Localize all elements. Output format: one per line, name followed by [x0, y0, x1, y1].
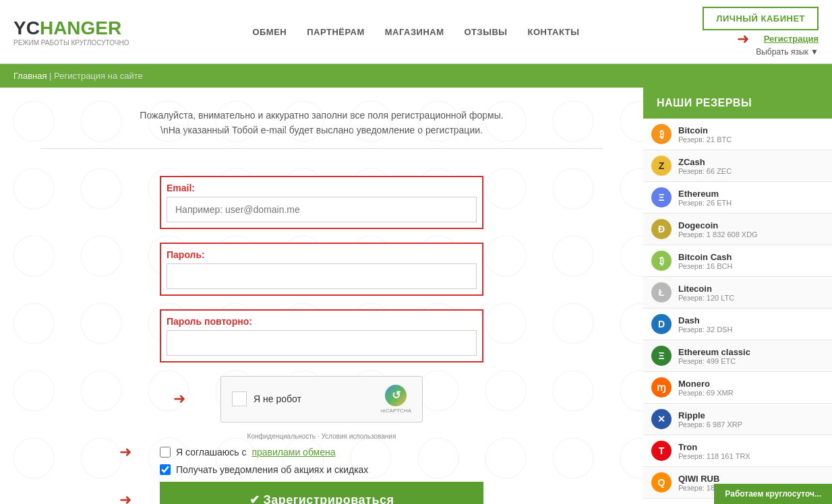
reserve-item[interactable]: Ł Litecoin Резерв: 120 LTC	[643, 277, 832, 309]
logo: YCHANGER	[13, 18, 129, 39]
reserve-info: Ethereum classic Резерв: 499 ETC	[678, 347, 824, 365]
sidebar-title: НАШИ РЕЗЕРВЫ	[643, 88, 832, 119]
agree-row: ➜ Я соглашаюсь с правилами обмена	[160, 447, 483, 458]
captcha-label: Я не робот	[254, 393, 301, 404]
nav-contacts[interactable]: КОНТАКТЫ	[528, 27, 580, 37]
password-confirm-field[interactable]	[167, 330, 477, 356]
password-wrapper: Пароль:	[160, 243, 483, 296]
reserve-amount: Резерв: 16 BCH	[678, 262, 824, 270]
reserve-name: Ethereum classic	[678, 347, 824, 357]
main-layout: Пожалуйста, внимательно и аккуратно запо…	[0, 88, 832, 504]
password-field[interactable]	[167, 263, 477, 289]
captcha-area: ➜ Я не робот ↺ reCAPTCHA	[160, 376, 483, 422]
reserve-item[interactable]: T Tron Резерв: 118 161 TRX	[643, 435, 832, 467]
captcha-checkbox[interactable]	[232, 391, 247, 406]
logo-hanger: HANGER	[40, 18, 121, 38]
captcha-brand: reCAPTCHA	[381, 408, 411, 414]
reserve-name: Monero	[678, 379, 824, 389]
reserve-name: Ripple	[678, 410, 824, 420]
nav-partners[interactable]: ПАРТНЁРАМ	[307, 27, 365, 37]
coin-icon: Z	[651, 156, 672, 176]
coin-icon: ✕	[651, 409, 672, 429]
logo-subtitle: РЕЖИМ РАБОТЫ КРУГЛОСУТОЧНО	[13, 39, 129, 46]
reserve-item[interactable]: Z ZCash Резерв: 66 ZEC	[643, 150, 832, 182]
reserve-amount: Резерв: 118 161 TRX	[678, 452, 824, 460]
reserve-name: Dash	[678, 315, 824, 325]
reserve-amount: Резерв: 66 ZEC	[678, 167, 824, 175]
agree-arrow-icon: ➜	[119, 443, 131, 461]
coin-icon: ₿	[651, 251, 672, 271]
breadcrumb-current: Регистрация на сайте	[54, 71, 143, 81]
coin-icon: Ð	[651, 219, 672, 239]
reserve-amount: Резерв: 6 987 XRP	[678, 420, 824, 429]
intro-text: Пожалуйста, внимательно и аккуратно запо…	[40, 108, 603, 149]
reserve-list: ₿ Bitcoin Резерв: 21 BTC Z ZCash Резерв:…	[643, 119, 832, 504]
reserve-item[interactable]: ₿ Bitcoin Резерв: 21 BTC	[643, 119, 832, 150]
reserve-item[interactable]: ɱ Monero Резерв: 69 XMR	[643, 372, 832, 404]
submit-arrow-icon: ➜	[119, 491, 131, 504]
coin-icon: Ł	[651, 282, 672, 303]
reserve-item[interactable]: ✕ Ripple Резерв: 6 987 XRP	[643, 404, 832, 435]
reserve-item[interactable]: Ð Dogecoin Резерв: 1 832 608 XDG	[643, 214, 832, 245]
reserve-name: ZCash	[678, 157, 824, 167]
logo-area: YCHANGER РЕЖИМ РАБОТЫ КРУГЛОСУТОЧНО	[13, 18, 129, 46]
reserve-amount: Резерв: 32 DSH	[678, 325, 824, 334]
email-label: Email:	[167, 183, 477, 193]
registration-form: Email: Пароль: Пароль повторно:	[160, 162, 483, 504]
breadcrumb-home[interactable]: Главная	[13, 71, 47, 81]
reserve-amount: Резерв: 69 XMR	[678, 389, 824, 397]
reserve-amount: Резерв: 499 ETC	[678, 357, 824, 365]
reserve-item[interactable]: D Dash Резерв: 32 DSH	[643, 309, 832, 340]
sidebar: НАШИ РЕЗЕРВЫ ₿ Bitcoin Резерв: 21 BTC Z …	[643, 88, 832, 504]
rules-link[interactable]: правилами обмена	[251, 447, 335, 458]
nav-shops[interactable]: МАГАЗИНАМ	[385, 27, 444, 37]
submit-wrapper: ➜ ✔ Зарегистрироваться	[160, 482, 483, 504]
email-field[interactable]	[167, 197, 477, 222]
reserve-amount: Резерв: 120 LTC	[678, 294, 824, 302]
reserve-name: QIWI RUB	[678, 474, 824, 484]
password-confirm-group: Пароль повторно:	[160, 309, 483, 363]
captcha-check: Я не робот	[232, 391, 301, 406]
nav-exchange[interactable]: ОБМЕН	[252, 27, 287, 37]
content-area: Пожалуйста, внимательно и аккуратно запо…	[0, 88, 643, 504]
reserve-item[interactable]: ₿ Bitcoin Cash Резерв: 16 BCH	[643, 245, 832, 277]
reserve-info: Litecoin Резерв: 120 LTC	[678, 284, 824, 302]
nav-reviews[interactable]: ОТЗЫВЫ	[464, 27, 507, 37]
reserve-info: Bitcoin Cash Резерв: 16 BCH	[678, 252, 824, 270]
coin-icon: D	[651, 314, 672, 334]
intro-line1: Пожалуйста, внимательно и аккуратно запо…	[140, 110, 503, 121]
reserve-info: Bitcoin Резерв: 21 BTC	[678, 125, 824, 144]
notifications-row: Получать уведомления об акциях и скидках	[160, 464, 483, 475]
captcha-privacy: Конфиденциальность · Условия использован…	[160, 433, 483, 440]
cabinet-button[interactable]: ЛИЧНЫЙ КАБИНЕТ	[703, 7, 819, 30]
password-group: Пароль:	[160, 243, 483, 296]
reserve-item[interactable]: Ξ Ethereum classic Резерв: 499 ETC	[643, 340, 832, 372]
reserve-name: Tron	[678, 442, 824, 452]
reserve-name: Litecoin	[678, 284, 824, 294]
coin-icon: T	[651, 441, 672, 461]
header: YCHANGER РЕЖИМ РАБОТЫ КРУГЛОСУТОЧНО ОБМЕ…	[0, 0, 832, 64]
recaptcha-icon: ↺	[385, 385, 407, 406]
reserve-name: Dogecoin	[678, 220, 824, 230]
working-badge: Работаем круглосуточ...	[714, 484, 832, 504]
notifications-text: Получать уведомления об акциях и скидках	[176, 464, 368, 475]
coin-icon: ₿	[651, 124, 672, 144]
agree-checkbox[interactable]	[160, 447, 171, 458]
checkboxes-area: ➜ Я соглашаюсь с правилами обмена Получа…	[160, 447, 483, 475]
main-nav: ОБМЕН ПАРТНЁРАМ МАГАЗИНАМ ОТЗЫВЫ КОНТАКТ…	[252, 27, 579, 37]
coin-icon: Ξ	[651, 187, 672, 208]
password-confirm-label: Пароль повторно:	[167, 316, 477, 327]
language-select[interactable]: Выбрать язык ▼	[756, 47, 819, 57]
intro-line2: \nНа указанный Тобой e-mail будет выслан…	[160, 125, 483, 135]
reserve-item[interactable]: Ξ Ethereum Резерв: 26 ETH	[643, 182, 832, 214]
register-button[interactable]: ✔ Зарегистрироваться	[160, 482, 483, 504]
header-right: ЛИЧНЫЙ КАБИНЕТ ➜ Регистрация Выбрать язы…	[703, 7, 819, 57]
register-link[interactable]: Регистрация	[764, 34, 819, 44]
password-confirm-wrapper: Пароль повторно:	[160, 309, 483, 363]
captcha-logo: ↺ reCAPTCHA	[381, 385, 411, 414]
breadcrumb: Главная | Регистрация на сайте	[0, 64, 832, 88]
agree-text: Я соглашаюсь с	[176, 447, 246, 458]
reserve-name: Bitcoin	[678, 125, 824, 135]
captcha-box[interactable]: Я не робот ↺ reCAPTCHA	[220, 376, 423, 422]
notifications-checkbox[interactable]	[160, 464, 171, 475]
